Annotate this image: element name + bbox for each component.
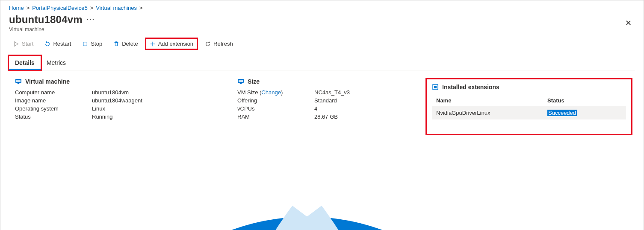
add-extension-button[interactable]: Add extension (145, 38, 198, 50)
stop-icon (82, 41, 88, 47)
installed-extensions-box: Installed extensions Name Status NvidiaG… (425, 78, 632, 135)
breadcrumb-home[interactable]: Home (9, 5, 24, 11)
play-icon (13, 41, 19, 47)
delete-button[interactable]: Delete (109, 38, 142, 50)
svg-rect-7 (240, 83, 242, 84)
image-name-label: Image name (15, 97, 92, 104)
vcpus-label: vCPUs (237, 105, 314, 112)
networking-header: Networking (15, 144, 635, 230)
tab-details[interactable]: Details (9, 56, 41, 70)
offering-value: Standard (314, 97, 337, 104)
os-label: Operating system (15, 105, 92, 112)
image-name-value: ubuntu1804waagent (92, 97, 142, 104)
refresh-icon (205, 41, 211, 47)
breadcrumb: Home > PortalPhysicalDevice5 > Virtual m… (9, 5, 635, 11)
plus-icon (150, 41, 156, 47)
svg-rect-4 (17, 84, 20, 84)
change-size-link[interactable]: Change (261, 89, 281, 96)
extension-row[interactable]: NvidiaGpuDriverLinux Succeeded (432, 106, 626, 119)
more-icon[interactable]: ··· (87, 16, 95, 23)
tabs: Details Metrics (9, 56, 635, 70)
trash-icon (113, 41, 119, 47)
svg-rect-6 (239, 80, 243, 82)
computer-name-label: Computer name (15, 89, 92, 96)
tab-metrics[interactable]: Metrics (41, 56, 72, 70)
offering-label: Offering (237, 97, 314, 104)
chevron-right-icon: > (139, 5, 143, 11)
toolbar: Start Restart Stop Delete Add extension … (9, 38, 635, 50)
ext-col-status: Status (547, 97, 564, 104)
os-value: Linux (92, 105, 105, 112)
svg-rect-10 (434, 86, 437, 88)
breadcrumb-device[interactable]: PortalPhysicalDevice5 (32, 5, 87, 11)
monitor-icon (15, 78, 22, 85)
size-section-header: Size (237, 78, 400, 85)
extension-status: Succeeded (547, 110, 577, 116)
breadcrumb-vms[interactable]: Virtual machines (96, 5, 137, 11)
vcpus-value: 4 (314, 105, 317, 112)
svg-rect-3 (18, 83, 19, 84)
vm-size-value: NC4as_T4_v3 (314, 89, 350, 96)
page-subtitle: Virtual machine (9, 26, 95, 32)
extensions-header: Installed extensions (432, 84, 626, 90)
start-button[interactable]: Start (9, 38, 38, 50)
ram-value: 28.67 GB (314, 114, 338, 120)
vm-size-label: VM Size (Change) (237, 89, 314, 96)
restart-icon (44, 41, 50, 47)
chevron-right-icon: > (27, 5, 30, 11)
page-title: ubuntu1804vm ··· (9, 14, 95, 26)
computer-name-value: ubuntu1804vm (92, 89, 129, 96)
close-icon[interactable]: ✕ (622, 17, 635, 29)
status-value: Running (92, 114, 112, 120)
vm-section-header: Virtual machine (15, 78, 212, 85)
stop-button[interactable]: Stop (78, 38, 106, 50)
monitor-icon (237, 78, 244, 85)
status-label: Status (15, 114, 92, 120)
restart-button[interactable]: Restart (40, 38, 75, 50)
svg-rect-8 (239, 84, 242, 84)
svg-rect-0 (83, 42, 87, 46)
ext-col-name: Name (436, 97, 547, 104)
extension-name: NvidiaGpuDriverLinux (436, 110, 547, 116)
ram-label: RAM (237, 114, 314, 120)
extension-icon (432, 84, 439, 90)
globe-icon (15, 144, 599, 230)
chevron-right-icon: > (90, 5, 94, 11)
svg-rect-2 (16, 80, 21, 82)
refresh-button[interactable]: Refresh (201, 38, 237, 50)
